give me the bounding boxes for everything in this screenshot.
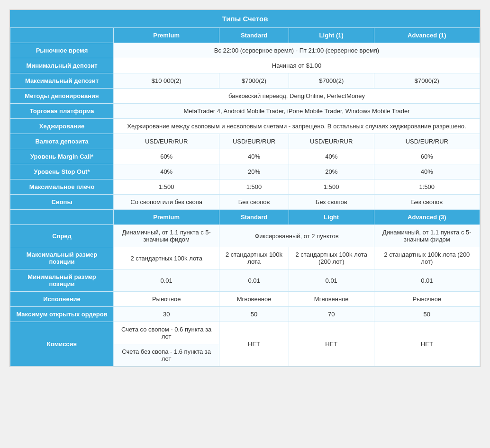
empty-header xyxy=(10,28,114,43)
val-max-dep-premium: $10 000(2) xyxy=(114,73,219,89)
val-exec-light: Мгновенное xyxy=(289,292,374,307)
val-orders-advanced: 50 xyxy=(374,307,480,322)
col2-light: Light xyxy=(289,210,374,225)
label-hedging: Хеджирование xyxy=(10,119,114,134)
col-premium: Premium xyxy=(114,28,219,43)
col-standard: Standard xyxy=(219,28,289,43)
column-header-row-top: Premium Standard Light (1) Advanced (1) xyxy=(10,28,480,43)
val-commission-standard: НЕТ xyxy=(219,322,289,367)
label-max-orders: Максимум открытых ордеров xyxy=(10,307,114,322)
val-cur-light: USD/EUR/RUR xyxy=(289,134,374,149)
row-hedging: Хеджирование Хеджирование между своповым… xyxy=(10,119,480,134)
val-max-dep-standard: $7000(2) xyxy=(219,73,289,89)
val-swap-light: Без свопов xyxy=(289,195,374,210)
label-commission: Комиссия xyxy=(10,322,114,367)
value-hedging: Хеджирование между своповым и несвоповым… xyxy=(114,119,480,134)
val-lev-standard: 1:500 xyxy=(219,179,289,195)
val-lev-premium: 1:500 xyxy=(114,179,219,195)
val-orders-light: 70 xyxy=(289,307,374,322)
label-trading-platform: Торговая платформа xyxy=(10,104,114,119)
row-max-leverage: Максимальное плечо 1:500 1:500 1:500 1:5… xyxy=(10,179,480,195)
value-deposit-methods: банковский перевод, DengiOnline, Perfect… xyxy=(114,89,480,104)
row-commission-1: Комиссия Счета со свопом - 0.6 пункта за… xyxy=(10,322,480,344)
val-maxpos-light: 2 стандартных 100k лота (200 лот) xyxy=(289,247,374,269)
val-mc-advanced: 60% xyxy=(374,149,480,164)
label-min-deposit: Минимальный депозит xyxy=(10,58,114,73)
label-margin-call: Уровень Margin Call* xyxy=(10,149,114,164)
row-max-deposit: Максимальный депозит $10 000(2) $7000(2)… xyxy=(10,73,480,89)
val-orders-standard: 50 xyxy=(219,307,289,322)
val-minpos-advanced: 0.01 xyxy=(374,269,480,292)
val-swap-premium: Со свопом или без свопа xyxy=(114,195,219,210)
val-mc-standard: 40% xyxy=(219,149,289,164)
val-orders-premium: 30 xyxy=(114,307,219,322)
val-minpos-light: 0.01 xyxy=(289,269,374,292)
val-maxpos-standard: 2 стандартных 100k лота xyxy=(219,247,289,269)
val-so-premium: 40% xyxy=(114,164,219,179)
label-max-position: Максимальный размер позиции xyxy=(10,247,114,269)
row-margin-call: Уровень Margin Call* 60% 40% 40% 60% xyxy=(10,149,480,164)
label-deposit-methods: Методы депонирования xyxy=(10,89,114,104)
row-market-time: Рыночное время Вс 22:00 (серверное время… xyxy=(10,43,480,58)
row-deposit-currency: Валюта депозита USD/EUR/RUR USD/EUR/RUR … xyxy=(10,134,480,149)
val-swap-standard: Без свопов xyxy=(219,195,289,210)
val-swap-advanced: Без свопов xyxy=(374,195,480,210)
val-minpos-premium: 0.01 xyxy=(114,269,219,292)
val-lev-light: 1:500 xyxy=(289,179,374,195)
val-maxpos-advanced: 2 стандартных 100k лота (200 лот) xyxy=(374,247,480,269)
val-exec-standard: Мгновенное xyxy=(219,292,289,307)
col2-premium: Premium xyxy=(114,210,219,225)
label-min-position: Минимальный размер позиции xyxy=(10,269,114,292)
val-commission-advanced: НЕТ xyxy=(374,322,480,367)
val-exec-advanced: Рыночное xyxy=(374,292,480,307)
val-so-standard: 20% xyxy=(219,164,289,179)
main-header: Типы Счетов xyxy=(10,10,480,27)
row-min-position: Минимальный размер позиции 0.01 0.01 0.0… xyxy=(10,269,480,292)
col2-advanced: Advanced (3) xyxy=(374,210,480,225)
row-max-orders: Максимум открытых ордеров 30 50 70 50 xyxy=(10,307,480,322)
val-cur-advanced: USD/EUR/RUR xyxy=(374,134,480,149)
val-maxpos-premium: 2 стандартных 100k лота xyxy=(114,247,219,269)
val-spread-premium: Динамичный, от 1.1 пункта с 5-значным фи… xyxy=(114,225,219,247)
row-deposit-methods: Методы депонирования банковский перевод,… xyxy=(10,89,480,104)
row-swaps: Свопы Со свопом или без свопа Без свопов… xyxy=(10,195,480,210)
col2-standard: Standard xyxy=(219,210,289,225)
value-trading-platform: MetaTrader 4, Android Mobile Trader, iPo… xyxy=(114,104,480,119)
column-header-row-bottom: Premium Standard Light Advanced (3) xyxy=(10,210,480,225)
label-spread: Спред xyxy=(10,225,114,247)
empty-header-2 xyxy=(10,210,114,225)
value-market-time: Вс 22:00 (серверное время) - Пт 21:00 (с… xyxy=(114,43,480,58)
row-min-deposit: Минимальный депозит Начиная от $1.00 xyxy=(10,58,480,73)
val-mc-premium: 60% xyxy=(114,149,219,164)
val-commission-premium-1: Счета со свопом - 0.6 пункта за лот xyxy=(114,322,219,344)
row-spread: Спред Динамичный, от 1.1 пункта с 5-знач… xyxy=(10,225,480,247)
val-spread-standard-light: Фиксированный, от 2 пунктов xyxy=(219,225,374,247)
label-swaps: Свопы xyxy=(10,195,114,210)
label-execution: Исполнение xyxy=(10,292,114,307)
label-stop-out: Уровень Stop Out* xyxy=(10,164,114,179)
val-commission-premium-2: Счета без свопа - 1.6 пункта за лот xyxy=(114,344,219,367)
val-mc-light: 40% xyxy=(289,149,374,164)
label-max-deposit: Максимальный депозит xyxy=(10,73,114,89)
col-advanced: Advanced (1) xyxy=(374,28,480,43)
row-execution: Исполнение Рыночное Мгновенное Мгновенно… xyxy=(10,292,480,307)
value-min-deposit: Начиная от $1.00 xyxy=(114,58,480,73)
col-light: Light (1) xyxy=(289,28,374,43)
val-spread-advanced: Динамичный, от 1.1 пункта с 5-значным фи… xyxy=(374,225,480,247)
val-cur-premium: USD/EUR/RUR xyxy=(114,134,219,149)
row-trading-platform: Торговая платформа MetaTrader 4, Android… xyxy=(10,104,480,119)
account-types-table: Типы Счетов Premium Standard Light (1) A… xyxy=(9,9,481,367)
val-max-dep-light: $7000(2) xyxy=(289,73,374,89)
row-max-position: Максимальный размер позиции 2 стандартны… xyxy=(10,247,480,269)
val-lev-advanced: 1:500 xyxy=(374,179,480,195)
label-deposit-currency: Валюта депозита xyxy=(10,134,114,149)
val-cur-standard: USD/EUR/RUR xyxy=(219,134,289,149)
val-minpos-standard: 0.01 xyxy=(219,269,289,292)
val-so-advanced: 40% xyxy=(374,164,480,179)
label-market-time: Рыночное время xyxy=(10,43,114,58)
label-max-leverage: Максимальное плечо xyxy=(10,179,114,195)
row-stop-out: Уровень Stop Out* 40% 20% 20% 40% xyxy=(10,164,480,179)
val-commission-light: НЕТ xyxy=(289,322,374,367)
val-max-dep-advanced: $7000(2) xyxy=(374,73,480,89)
val-so-light: 20% xyxy=(289,164,374,179)
